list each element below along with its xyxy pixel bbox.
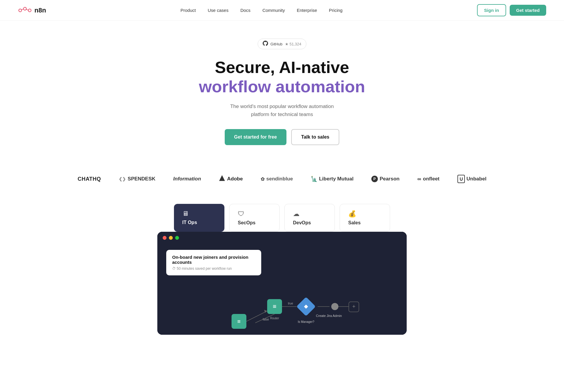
nav-pricing[interactable]: Pricing (329, 8, 343, 13)
nav-enterprise[interactable]: Enterprise (297, 8, 317, 13)
logo-spendesk: ❮❯ SPENDESK (119, 176, 156, 182)
tab-secops[interactable]: 🛡 SecOps (229, 204, 280, 232)
pearson-symbol: P (371, 176, 378, 182)
liberty-symbol: 🗽 (311, 176, 317, 182)
navbar-actions: Sign in Get started (477, 4, 546, 16)
onfleet-symbol: ∞ (417, 176, 421, 182)
hero-title-line2: workflow automation (199, 77, 365, 96)
secops-label: SecOps (238, 220, 256, 226)
svg-line-3 (22, 9, 23, 9)
logo-liberty: 🗽 Liberty Mutual (311, 176, 354, 182)
sendinblue-text: sendinblue (266, 176, 293, 182)
workflow-section: 🖥 IT Ops 🛡 SecOps ☁ DevOps 💰 Sales On-bo… (0, 198, 564, 335)
svg-text:≡: ≡ (273, 303, 276, 310)
hero-cta-primary[interactable]: Get started for free (225, 129, 286, 145)
logo-sendinblue: ✿ sendinblue (261, 176, 293, 182)
tabs-row: 🖥 IT Ops 🛡 SecOps ☁ DevOps 💰 Sales (174, 204, 390, 232)
svg-marker-5 (219, 175, 225, 181)
nav-community[interactable]: Community (262, 8, 285, 13)
tab-devops[interactable]: ☁ DevOps (284, 204, 335, 232)
sales-icon: 💰 (348, 210, 356, 218)
spendesk-text: SPENDESK (128, 176, 156, 182)
unbabel-symbol: ∪ (457, 175, 465, 183)
devops-icon: ☁ (293, 210, 300, 218)
adobe-symbol (219, 175, 225, 183)
logos-strip: CHATHQ ❮❯ SPENDESK Information Adobe ✿ s… (0, 160, 564, 198)
svg-point-1 (23, 7, 26, 10)
logo-unbabel: ∪ Unbabel (457, 175, 487, 183)
svg-text:+: + (352, 304, 356, 310)
workflow-title: On-board new joiners and provision accou… (172, 255, 255, 265)
svg-text:false: false (263, 318, 269, 321)
logo[interactable]: n8n (18, 6, 46, 15)
spendesk-arrow: ❮❯ (119, 177, 126, 181)
liberty-text: Liberty Mutual (319, 176, 354, 182)
dot-red (163, 236, 167, 240)
information-text: Information (173, 176, 201, 182)
github-icon (263, 41, 268, 47)
onfleet-text: onfleet (423, 176, 440, 182)
hero-buttons: Get started for free Talk to sales (225, 129, 340, 145)
svg-text:true: true (288, 302, 293, 305)
secops-icon: 🛡 (238, 210, 244, 218)
canvas-topbar (157, 232, 407, 244)
svg-point-13 (331, 303, 338, 310)
nav-product[interactable]: Product (180, 8, 196, 13)
svg-text:◆: ◆ (304, 303, 308, 309)
github-stars: ★ 51,324 (285, 42, 301, 46)
workflow-diagram: ≡ Router ◆ + Create Jira Admin (166, 281, 398, 335)
logo-text: n8n (34, 7, 46, 14)
svg-text:≡: ≡ (237, 318, 241, 324)
sendinblue-symbol: ✿ (261, 176, 264, 182)
logo-adobe: Adobe (219, 175, 243, 183)
svg-point-2 (28, 9, 31, 12)
adobe-text: Adobe (227, 176, 243, 182)
workflow-info-card: On-board new joiners and provision accou… (166, 250, 261, 275)
tab-itops[interactable]: 🖥 IT Ops (174, 204, 224, 232)
dot-yellow (169, 236, 173, 240)
getstarted-button[interactable]: Get started (510, 5, 546, 16)
svg-line-4 (26, 9, 28, 10)
nav-docs[interactable]: Docs (240, 8, 251, 13)
workflow-meta: ⏱ 50 minutes saved per workflow run (172, 266, 255, 271)
workflow-canvas: On-board new joiners and provision accou… (157, 232, 407, 335)
nav-links: Product Use cases Docs Community Enterpr… (180, 8, 343, 13)
hero-cta-secondary[interactable]: Talk to sales (291, 129, 340, 145)
logo-onfleet: ∞ onfleet (417, 176, 440, 182)
dot-green (175, 236, 179, 240)
svg-text:Is Manager?: Is Manager? (298, 320, 314, 323)
github-badge[interactable]: GitHub ★ 51,324 (258, 39, 306, 49)
unbabel-text: Unbabel (467, 176, 487, 182)
signin-button[interactable]: Sign in (477, 4, 506, 16)
svg-text:Create Jira Admin: Create Jira Admin (316, 314, 342, 318)
devops-label: DevOps (293, 220, 311, 226)
logo-chathq: CHATHQ (77, 176, 101, 182)
tab-sales[interactable]: 💰 Sales (340, 204, 390, 232)
nav-use-cases[interactable]: Use cases (208, 8, 229, 13)
pearson-text: Pearson (380, 176, 400, 182)
itops-label: IT Ops (182, 220, 197, 225)
hero-title-line1: Secure, AI-native (215, 58, 349, 77)
itops-icon: 🖥 (182, 210, 189, 218)
hero-subtitle: The world's most popular workflow automa… (226, 102, 338, 118)
sales-label: Sales (348, 220, 361, 226)
logo-information: Information (173, 176, 201, 182)
github-label: GitHub (270, 42, 282, 46)
chathq-text: CHATHQ (77, 176, 101, 182)
hero-section: GitHub ★ 51,324 Secure, AI-native workfl… (0, 21, 564, 160)
navbar: n8n Product Use cases Docs Community Ent… (0, 0, 564, 21)
canvas-body: On-board new joiners and provision accou… (157, 244, 407, 335)
svg-point-0 (19, 9, 22, 12)
logo-pearson: P Pearson (371, 176, 400, 182)
svg-text:Router: Router (270, 317, 279, 320)
